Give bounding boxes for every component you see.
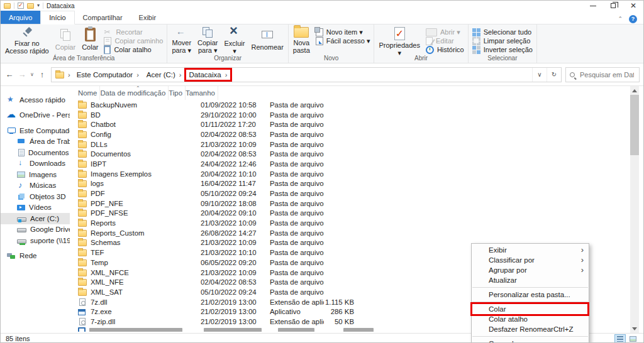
context-menu-item[interactable] [472, 302, 588, 302]
breadcrumb-segment[interactable]: Este Computador [73, 69, 143, 80]
up-button[interactable]: ↑ [36, 67, 48, 82]
folder-icon [78, 230, 87, 237]
file-row[interactable]: Reports 21/03/2022 10:09 Pasta de arquiv… [70, 218, 643, 228]
quick-access-properties-icon[interactable] [18, 3, 24, 9]
scroll-down-arrow-icon[interactable] [630, 324, 639, 333]
app-icon [78, 327, 86, 332]
context-menu-item[interactable]: Exibir [472, 245, 589, 255]
new-folder-button[interactable]: Nova pasta [290, 25, 313, 54]
copy-path-button[interactable]: Copiar caminho [101, 36, 165, 45]
copy-to-button[interactable]: Copiar para ▾ [194, 25, 221, 54]
context-menu-item[interactable]: Atualizar [472, 275, 589, 285]
cut-button[interactable]: Recortar [101, 28, 165, 36]
file-row[interactable]: PDF_NFSE 20/04/2022 09:10 Pasta de arqui… [70, 209, 643, 219]
context-menu-item[interactable]: Classificar por [472, 255, 589, 265]
details-view-button[interactable] [614, 334, 626, 343]
file-row[interactable]: Reports_Custom 26/08/2022 14:27 Pasta de… [70, 228, 643, 238]
rename-button[interactable]: Renomear [248, 25, 286, 54]
minimize-button[interactable] [583, 1, 603, 11]
close-button[interactable]: ✕ [623, 1, 643, 11]
refresh-icon[interactable]: ↻ [547, 68, 561, 82]
sidebar-item[interactable]: Vídeos [1, 202, 70, 214]
collapse-ribbon-icon[interactable]: ⌃ [618, 16, 623, 22]
move-to-button[interactable]: Mover para ▾ [169, 25, 194, 54]
file-row[interactable]: IBPT 24/04/2022 12:46 Pasta de arquivos [70, 159, 643, 169]
sidebar-item[interactable]: OneDrive - Person [1, 110, 70, 121]
file-row[interactable]: PDF_NFE 09/10/2022 18:08 Pasta de arquiv… [70, 199, 643, 209]
context-menu-item[interactable]: Personalizar esta pasta... [472, 290, 589, 300]
column-header[interactable]: Tamanho [186, 86, 218, 100]
search-box[interactable] [565, 67, 640, 82]
copy-button[interactable]: Copiar [52, 25, 79, 54]
recent-locations-chevron-icon[interactable]: ∨ [28, 67, 36, 82]
breadcrumb-segment[interactable]: Datacaixa [186, 69, 231, 80]
file-row[interactable]: Imagens Exemplos 20/04/2022 10:10 Pasta … [70, 169, 643, 179]
properties-button[interactable]: Propriedades ▾ [375, 25, 423, 54]
sidebar-item[interactable]: Acer (C:) [1, 213, 70, 224]
file-row[interactable]: PDF 05/10/2022 09:24 Pasta de arquivos [70, 188, 643, 199]
ribbon-tab[interactable]: Início [40, 11, 74, 24]
restore-button[interactable] [603, 1, 623, 11]
vertical-scrollbar[interactable] [630, 86, 639, 333]
delete-button[interactable]: Excluir ▾ [221, 25, 248, 54]
address-dropdown-chevron-icon[interactable]: ∨ [532, 68, 547, 82]
file-row[interactable]: Config 02/04/2022 08:53 Pasta de arquivo… [70, 129, 643, 139]
file-row[interactable]: Chatbot 01/11/2022 17:20 Pasta de arquiv… [70, 119, 643, 129]
sidebar-item[interactable]: Acesso rápido [1, 94, 70, 106]
back-button[interactable]: ← [3, 67, 16, 82]
sidebar-item[interactable]: Imagens [1, 169, 70, 180]
forward-button[interactable]: → [16, 67, 28, 82]
scrollbar-thumb[interactable] [630, 95, 639, 155]
sidebar-item[interactable]: Google Drive (G:) [1, 224, 70, 236]
sidebar-item[interactable]: Este Computador [1, 125, 70, 136]
context-menu-item[interactable]: Colar [472, 304, 589, 314]
ribbon-tab[interactable]: Compartilhar [75, 11, 131, 24]
sidebar-item[interactable]: suporte (\\192.16 [1, 235, 70, 246]
breadcrumb-chevron-icon [64, 71, 73, 79]
thumbnails-view-button[interactable] [627, 334, 638, 343]
sidebar-item[interactable]: Rede [1, 251, 70, 262]
new-item-button[interactable]: Novo item ▾ [313, 28, 373, 36]
quick-access-toolbar-caret-icon[interactable]: ▾ [37, 3, 40, 8]
context-menu-item[interactable] [472, 336, 588, 337]
pin-quick-access-button[interactable]: Fixar no Acesso rápido [2, 25, 52, 54]
paste-button[interactable]: Colar [79, 25, 101, 54]
ribbon-group-organize: Mover para ▾ Copiar para ▾ Excluir ▾ Ren… [167, 24, 288, 63]
sidebar-item[interactable]: Músicas [1, 180, 70, 192]
open-button[interactable]: Abrir ▾ [423, 28, 467, 36]
edit-button[interactable]: Editar [423, 36, 467, 45]
select-all-button[interactable]: Selecionar tudo [470, 28, 535, 36]
file-row[interactable]: BackupNuvem 01/09/2022 10:58 Pasta de ar… [70, 100, 643, 110]
scroll-up-arrow-icon[interactable] [630, 86, 639, 95]
context-menu-item[interactable]: Desfazer Renomear Ctrl+Z [472, 324, 589, 334]
column-header[interactable]: Data de modificação [100, 86, 169, 100]
quick-access-folder-icon[interactable] [27, 3, 34, 9]
sidebar-item[interactable]: Documentos [1, 147, 70, 158]
file-row[interactable]: logs 16/04/2022 11:47 Pasta de arquivos [70, 179, 643, 189]
ribbon-tab[interactable]: Exibir [131, 11, 165, 24]
sidebar-item[interactable]: Área de Trabalho [1, 136, 70, 148]
context-menu-item[interactable]: Conceder acesso a [472, 339, 589, 343]
column-header[interactable]: Tipo [169, 86, 186, 100]
search-input[interactable] [579, 70, 635, 79]
invert-selection-button[interactable]: Inverter seleção [470, 45, 535, 54]
context-menu-item[interactable]: Agrupar por [472, 265, 589, 275]
column-header[interactable]: Nome [78, 86, 100, 100]
file-row[interactable]: DLLs 21/03/2022 10:09 Pasta de arquivos [70, 139, 643, 150]
context-menu-item[interactable] [472, 287, 588, 288]
sidebar-item[interactable]: Downloads [1, 158, 70, 170]
address-bar[interactable]: Este Computador Acer (C:) Datacaixa ∨ ↻ [51, 67, 562, 82]
sidebar-item[interactable]: Objetos 3D [1, 191, 70, 202]
paste-shortcut-button[interactable]: Colar atalho [101, 45, 165, 54]
help-icon[interactable]: ? [629, 15, 637, 23]
context-menu-item[interactable]: Colar atalho [472, 314, 589, 324]
ribbon-group-clipboard: Fixar no Acesso rápido Copiar Colar Reco… [1, 24, 167, 63]
file-row[interactable]: Documentos 02/04/2022 08:53 Pasta de arq… [70, 149, 643, 159]
file-row[interactable]: BD 29/10/2022 10:00 Pasta de arquivos [70, 110, 643, 120]
breadcrumb-segment[interactable]: Acer (C:) [143, 69, 186, 80]
history-button[interactable]: Histórico [423, 45, 467, 54]
copy-icon [60, 29, 70, 40]
easy-access-button[interactable]: Fácil acesso ▾ [313, 36, 373, 45]
clear-selection-button[interactable]: Limpar seleção [470, 36, 535, 45]
ribbon-tab[interactable]: Arquivo [1, 11, 40, 24]
